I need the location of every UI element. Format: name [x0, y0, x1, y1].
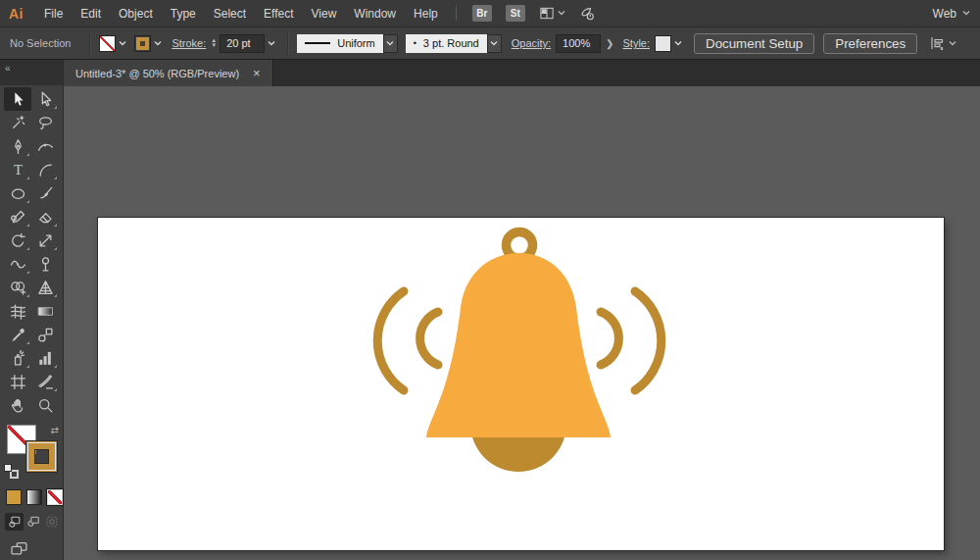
stroke-panel-link[interactable]: Stroke: [172, 37, 206, 49]
fill-color-control[interactable] [99, 35, 129, 52]
stroke-swatch-gold[interactable] [134, 35, 151, 52]
width-profile-dropdown[interactable]: Uniform [297, 34, 383, 53]
tool-gradient[interactable] [31, 299, 59, 323]
menu-file[interactable]: File [35, 0, 72, 27]
menu-view[interactable]: View [303, 0, 346, 27]
menu-object[interactable]: Object [110, 0, 162, 27]
gradient-button[interactable] [26, 489, 42, 505]
scale-icon [37, 232, 54, 249]
sound-wave-right-outer[interactable] [635, 291, 662, 390]
arrange-documents-button[interactable] [539, 6, 565, 21]
color-button[interactable] [6, 489, 22, 505]
stroke-weight-dropdown[interactable] [265, 35, 278, 52]
stroke-weight-field[interactable]: 20 pt [220, 34, 265, 53]
style-chevron[interactable] [671, 35, 685, 52]
tool-zoom[interactable] [31, 393, 59, 417]
tool-hand[interactable] [4, 393, 31, 417]
document-setup-button[interactable]: Document Setup [694, 33, 814, 54]
default-fill-stroke-icon[interactable] [4, 464, 19, 479]
tool-width[interactable] [4, 252, 31, 276]
opacity-panel-link[interactable]: Opacity: [512, 37, 551, 49]
preferences-button[interactable]: Preferences [823, 33, 917, 54]
menu-window[interactable]: Window [345, 0, 405, 27]
bell-artwork[interactable] [98, 218, 944, 550]
stroke-weight-stepper[interactable]: ▲▼ [211, 38, 217, 48]
tool-scale[interactable] [31, 229, 59, 252]
tool-symbol-sprayer[interactable] [4, 346, 31, 370]
bell-body[interactable] [426, 253, 611, 437]
brush-chevron[interactable] [487, 34, 502, 53]
draw-behind-button[interactable] [24, 513, 42, 531]
tool-mesh[interactable] [4, 299, 31, 323]
tool-eyedropper[interactable] [4, 323, 31, 346]
symbol-sprayer-icon [10, 350, 26, 367]
gpu-performance-button[interactable] [579, 6, 596, 22]
gpu-performance-icon [579, 6, 596, 22]
style-panel-link[interactable]: Style: [622, 37, 650, 49]
workspace-switcher[interactable]: Web [933, 7, 970, 21]
document-area: Untitled-3* @ 50% (RGB/Preview) × [64, 60, 980, 560]
bridge-button[interactable]: Br [472, 5, 492, 22]
tool-shape-builder[interactable] [4, 276, 31, 299]
opacity-field[interactable]: 100% [556, 34, 601, 53]
brush-dropdown[interactable]: • 3 pt. Round [406, 34, 487, 53]
tool-rotate[interactable] [4, 229, 31, 252]
tool-pen[interactable] [4, 134, 31, 158]
width-profile-chevron[interactable] [383, 34, 398, 53]
chevron-down-icon[interactable] [151, 35, 165, 52]
stroke-indicator-gold[interactable] [26, 441, 57, 472]
arc-icon [37, 162, 54, 178]
tool-perspective-grid[interactable] [31, 276, 59, 299]
document-tab-title: Untitled-3* @ 50% (RGB/Preview) [75, 68, 239, 79]
stock-button[interactable]: St [506, 5, 525, 22]
tool-slice[interactable] [31, 370, 59, 393]
sound-wave-right-inner[interactable] [601, 312, 618, 365]
tool-paintbrush[interactable] [31, 181, 59, 205]
menu-help[interactable]: Help [405, 0, 447, 27]
brush-label: 3 pt. Round [423, 37, 479, 49]
opacity-more-button[interactable]: ❯ [606, 38, 613, 49]
tool-shaper[interactable] [4, 205, 31, 229]
menu-edit[interactable]: Edit [72, 0, 110, 27]
tool-lasso[interactable] [31, 111, 59, 134]
canvas[interactable] [64, 86, 980, 560]
tools-panel-collapse[interactable]: « [0, 60, 63, 85]
sound-wave-left-outer[interactable] [377, 291, 404, 390]
draw-inside-button[interactable] [42, 513, 61, 531]
tool-column-graph[interactable] [31, 346, 59, 370]
style-swatch[interactable] [655, 35, 671, 52]
tool-direct-selection[interactable] [31, 87, 59, 111]
document-tab[interactable]: Untitled-3* @ 50% (RGB/Preview) × [64, 60, 273, 86]
tool-magic-wand[interactable] [4, 111, 31, 134]
tool-ellipse[interactable] [4, 181, 31, 205]
tool-blend[interactable] [31, 323, 59, 346]
tool-selection[interactable] [4, 87, 31, 111]
chevron-down-icon[interactable] [116, 35, 129, 52]
tool-arc[interactable] [31, 158, 59, 181]
svg-text:T: T [13, 162, 22, 178]
menu-type[interactable]: Type [162, 0, 205, 27]
screen-mode-button[interactable] [10, 540, 63, 557]
tool-puppet-warp[interactable] [31, 252, 59, 276]
menu-effect[interactable]: Effect [255, 0, 302, 27]
draw-normal-button[interactable] [5, 513, 24, 531]
tool-curvature[interactable] [31, 134, 59, 158]
tool-artboard[interactable] [4, 370, 31, 393]
slice-icon [37, 374, 54, 390]
chevron-down-icon [949, 41, 956, 46]
fill-swatch-none[interactable] [99, 35, 116, 52]
tab-close-icon[interactable]: × [253, 67, 261, 79]
stroke-color-control[interactable] [134, 35, 165, 52]
sound-wave-left-inner[interactable] [420, 312, 438, 365]
workspace-label: Web [933, 7, 956, 21]
width-icon [10, 256, 26, 273]
tool-type[interactable]: T [4, 158, 31, 181]
none-button[interactable] [47, 489, 63, 505]
control-divider [89, 32, 90, 54]
tool-eraser[interactable] [31, 205, 59, 229]
menu-select[interactable]: Select [205, 0, 255, 27]
swap-fill-stroke-icon[interactable]: ⇄ [51, 425, 59, 435]
direct-selection-icon [37, 91, 54, 108]
align-control[interactable] [929, 35, 956, 51]
artboard[interactable] [98, 218, 944, 550]
